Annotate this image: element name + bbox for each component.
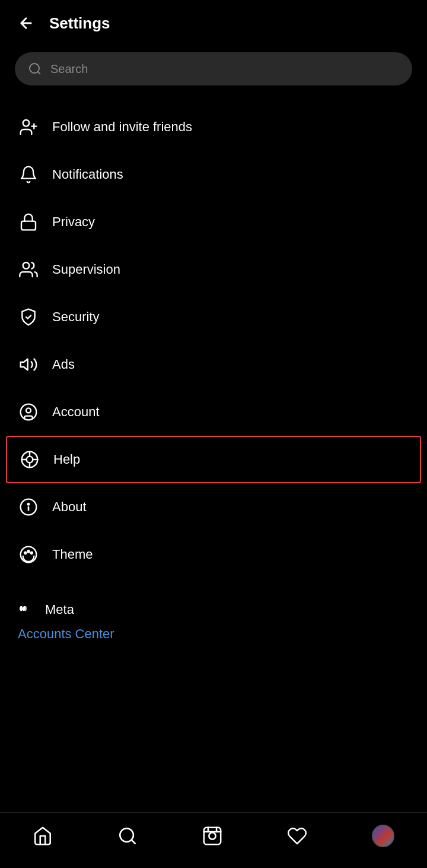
help-icon [19,449,40,470]
menu-item-about-label: About [52,499,87,515]
menu-item-follow-invite[interactable]: Follow and invite friends [0,103,427,151]
settings-menu: Follow and invite friends Notifications … [0,97,427,584]
menu-item-theme[interactable]: Theme [0,531,427,578]
nav-likes[interactable] [278,823,316,849]
svg-line-1 [38,72,40,74]
ads-icon [18,354,39,375]
menu-item-account-label: Account [52,404,100,420]
menu-item-ads-label: Ads [52,357,75,372]
meta-section: Meta Accounts Center [0,584,427,648]
menu-item-supervision-label: Supervision [52,262,120,277]
svg-point-2 [23,120,30,126]
svg-rect-5 [21,221,36,230]
reels-icon [202,826,222,846]
search-container: Search [0,40,427,97]
meta-label: Meta [45,602,74,617]
accounts-center-link[interactable]: Accounts Center [18,623,114,644]
page-title: Settings [49,14,110,33]
menu-item-help[interactable]: Help [6,436,421,483]
header: Settings [0,0,427,40]
svg-point-20 [24,552,26,554]
menu-item-ads[interactable]: Ads [0,341,427,388]
menu-item-help-label: Help [53,452,80,467]
about-icon [18,496,39,518]
svg-point-0 [30,64,39,73]
add-person-icon [18,116,39,138]
menu-item-notifications[interactable]: Notifications [0,151,427,198]
search-nav-icon [117,826,138,846]
search-icon [28,62,42,76]
security-icon [18,306,39,328]
search-bar[interactable]: Search [15,52,412,85]
svg-line-24 [131,840,135,844]
nav-profile[interactable] [363,822,403,850]
svg-point-8 [21,404,37,420]
heart-icon [287,826,307,846]
menu-item-privacy-label: Privacy [52,214,95,230]
svg-point-26 [209,832,215,839]
menu-item-account[interactable]: Account [0,388,427,436]
avatar [372,825,394,847]
menu-item-follow-invite-label: Follow and invite friends [52,119,192,135]
svg-point-18 [28,503,30,505]
account-icon [18,401,39,423]
menu-item-supervision[interactable]: Supervision [0,246,427,293]
svg-marker-7 [21,359,28,370]
menu-item-theme-label: Theme [52,547,93,562]
lock-icon [18,211,39,233]
nav-home[interactable] [24,823,62,849]
svg-point-11 [27,457,33,463]
supervision-icon [18,259,39,280]
menu-item-privacy[interactable]: Privacy [0,198,427,246]
meta-logo: Meta [18,602,409,617]
menu-item-about[interactable]: About [0,483,427,531]
back-button[interactable] [15,12,37,34]
search-placeholder: Search [50,62,88,76]
svg-point-6 [23,262,30,269]
menu-item-security-label: Security [52,309,99,325]
menu-item-notifications-label: Notifications [52,167,123,182]
svg-point-22 [31,552,33,554]
nav-reels[interactable] [193,823,231,849]
svg-point-19 [21,547,37,563]
svg-point-9 [26,408,31,413]
home-icon [33,826,53,846]
theme-icon [18,544,39,565]
menu-item-security[interactable]: Security [0,293,427,341]
bottom-nav [0,812,427,868]
svg-rect-25 [204,828,221,844]
svg-point-21 [27,550,29,552]
nav-search[interactable] [109,823,146,849]
meta-logo-icon [18,603,39,617]
bell-icon [18,164,39,185]
